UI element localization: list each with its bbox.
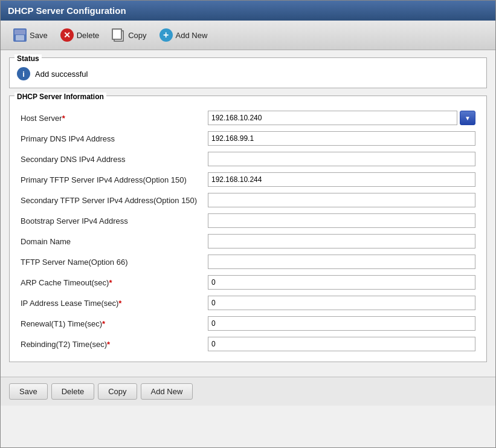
field-input-cell xyxy=(204,293,479,313)
save-icon xyxy=(13,28,27,42)
field-label: Secondary TFTP Server IPv4 Address(Optio… xyxy=(17,190,204,210)
field-label: Host Server* xyxy=(17,108,204,128)
field-label: Primary DNS IPv4 Address xyxy=(17,128,204,149)
field-input-cell xyxy=(204,128,479,149)
field-input-cell xyxy=(204,252,479,272)
copy-button[interactable]: Copy xyxy=(106,25,151,45)
bottom-copy-button[interactable]: Copy xyxy=(98,383,137,400)
status-section: Status i Add successful xyxy=(9,57,487,88)
bottom-save-label: Save xyxy=(19,387,37,396)
field-input[interactable] xyxy=(208,275,475,290)
field-input-cell xyxy=(204,334,479,354)
field-label: Primary TFTP Server IPv4 Address(Option … xyxy=(17,169,204,190)
form-row: Secondary TFTP Server IPv4 Address(Optio… xyxy=(17,190,479,210)
field-label: IP Address Lease Time(sec)* xyxy=(17,293,204,313)
dropdown-button[interactable]: ▼ xyxy=(460,111,475,125)
field-input[interactable] xyxy=(208,152,475,166)
delete-button[interactable]: ✕ Delete xyxy=(55,25,105,45)
field-label: Rebinding(T2) Time(sec)* xyxy=(17,334,204,354)
addnew-button[interactable]: + Add New xyxy=(154,25,213,45)
form-row: Domain Name xyxy=(17,231,479,252)
copy-icon xyxy=(111,28,126,42)
form-row: Host Server*▼ xyxy=(17,108,479,128)
required-indicator: * xyxy=(102,319,105,328)
field-input-cell xyxy=(204,313,479,334)
field-input[interactable] xyxy=(208,193,475,207)
required-indicator: * xyxy=(62,114,65,123)
status-content: i Add successful xyxy=(10,67,486,88)
required-indicator: * xyxy=(109,278,112,287)
field-input[interactable] xyxy=(208,111,457,125)
field-input[interactable] xyxy=(208,131,475,146)
addnew-icon: + xyxy=(159,28,173,42)
field-label: ARP Cache Timeout(sec)* xyxy=(17,272,204,293)
bottom-toolbar: Save Delete Copy Add New xyxy=(1,377,495,406)
field-input[interactable] xyxy=(208,234,475,248)
field-input[interactable] xyxy=(208,296,475,310)
form-row: Primary DNS IPv4 Address xyxy=(17,128,479,149)
dhcp-info-content: Host Server*▼Primary DNS IPv4 AddressSec… xyxy=(10,105,486,362)
bottom-delete-button[interactable]: Delete xyxy=(51,383,95,400)
field-label: Domain Name xyxy=(17,231,204,252)
field-input[interactable] xyxy=(208,255,475,269)
field-input-cell xyxy=(204,272,479,293)
field-input-cell: ▼ xyxy=(204,108,479,128)
field-input[interactable] xyxy=(208,337,475,351)
required-indicator: * xyxy=(107,340,110,349)
title-bar: DHCP Server Configuration xyxy=(1,1,495,21)
field-label: TFTP Server Name(Option 66) xyxy=(17,252,204,272)
top-toolbar: Save ✕ Delete Copy + Add New xyxy=(1,21,495,50)
field-input[interactable] xyxy=(208,316,475,331)
field-input[interactable] xyxy=(208,172,475,187)
form-row: Primary TFTP Server IPv4 Address(Option … xyxy=(17,169,479,190)
info-icon: i xyxy=(17,67,30,80)
field-input-cell xyxy=(204,149,479,169)
form-row: Rebinding(T2) Time(sec)* xyxy=(17,334,479,354)
status-section-title: Status xyxy=(14,54,42,63)
field-input-cell xyxy=(204,190,479,210)
field-input-cell xyxy=(204,231,479,252)
copy-label: Copy xyxy=(128,31,146,40)
save-button[interactable]: Save xyxy=(8,25,53,45)
form-row: Secondary DNS IPv4 Address xyxy=(17,149,479,169)
bottom-addnew-button[interactable]: Add New xyxy=(141,383,193,400)
dhcp-section-title: DHCP Server Information xyxy=(14,93,106,101)
save-label: Save xyxy=(30,31,48,40)
bottom-copy-label: Copy xyxy=(108,387,126,396)
status-message: Add successful xyxy=(35,70,88,79)
bottom-save-button[interactable]: Save xyxy=(9,383,48,400)
main-window: DHCP Server Configuration Save ✕ Delete … xyxy=(0,0,496,448)
field-label: Secondary DNS IPv4 Address xyxy=(17,149,204,169)
bottom-addnew-label: Add New xyxy=(151,387,183,396)
delete-label: Delete xyxy=(77,31,100,40)
required-indicator: * xyxy=(118,299,121,308)
content-area: Status i Add successful DHCP Server Info… xyxy=(1,50,495,377)
addnew-label: Add New xyxy=(176,31,208,40)
dhcp-info-section: DHCP Server Information Host Server*▼Pri… xyxy=(9,96,487,362)
field-label: Bootstrap Server IPv4 Address xyxy=(17,210,204,231)
host-server-wrapper: ▼ xyxy=(208,111,475,125)
field-label: Renewal(T1) Time(sec)* xyxy=(17,313,204,334)
form-row: ARP Cache Timeout(sec)* xyxy=(17,272,479,293)
form-row: TFTP Server Name(Option 66) xyxy=(17,252,479,272)
form-row: Renewal(T1) Time(sec)* xyxy=(17,313,479,334)
form-row: Bootstrap Server IPv4 Address xyxy=(17,210,479,231)
field-input-cell xyxy=(204,169,479,190)
window-title: DHCP Server Configuration xyxy=(8,5,126,16)
field-input-cell xyxy=(204,210,479,231)
form-row: IP Address Lease Time(sec)* xyxy=(17,293,479,313)
field-input[interactable] xyxy=(208,213,475,228)
bottom-delete-label: Delete xyxy=(62,387,85,396)
delete-icon: ✕ xyxy=(60,28,74,42)
dhcp-form-table: Host Server*▼Primary DNS IPv4 AddressSec… xyxy=(17,108,479,354)
